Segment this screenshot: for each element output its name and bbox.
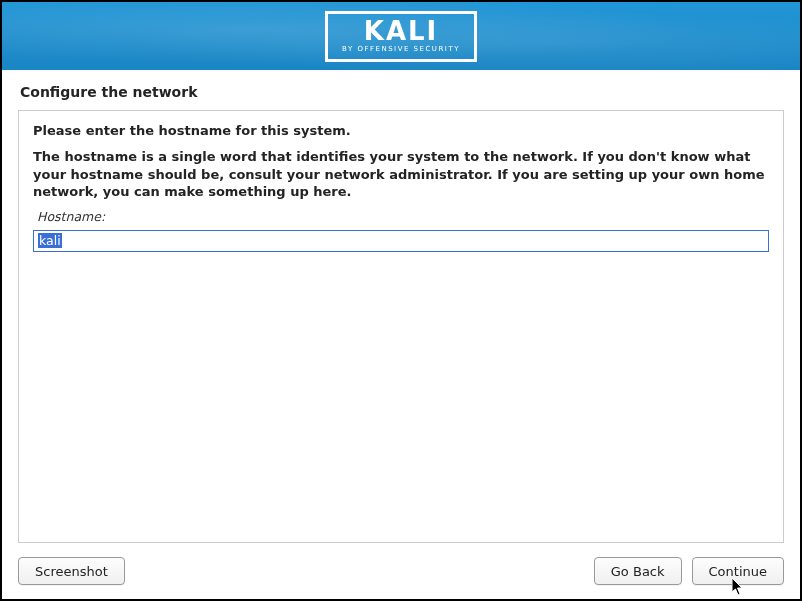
logo-text: KALI xyxy=(364,18,439,44)
hostname-input[interactable]: kali xyxy=(33,230,769,252)
screenshot-button[interactable]: Screenshot xyxy=(18,557,125,585)
header-banner: KALI BY OFFENSIVE SECURITY xyxy=(2,2,800,70)
hostname-description: The hostname is a single word that ident… xyxy=(33,148,769,201)
hostname-prompt: Please enter the hostname for this syste… xyxy=(33,123,769,138)
kali-logo: KALI BY OFFENSIVE SECURITY xyxy=(325,11,477,62)
hostname-field-label: Hostname: xyxy=(37,209,769,224)
footer-bar: Screenshot Go Back Continue xyxy=(2,553,800,599)
go-back-button[interactable]: Go Back xyxy=(594,557,682,585)
page-title: Configure the network xyxy=(2,70,800,110)
logo-subtitle: BY OFFENSIVE SECURITY xyxy=(342,46,460,53)
installer-window: KALI BY OFFENSIVE SECURITY Configure the… xyxy=(0,0,802,601)
continue-button[interactable]: Continue xyxy=(692,557,784,585)
content-panel: Please enter the hostname for this syste… xyxy=(18,110,784,543)
hostname-input-value: kali xyxy=(38,233,62,248)
